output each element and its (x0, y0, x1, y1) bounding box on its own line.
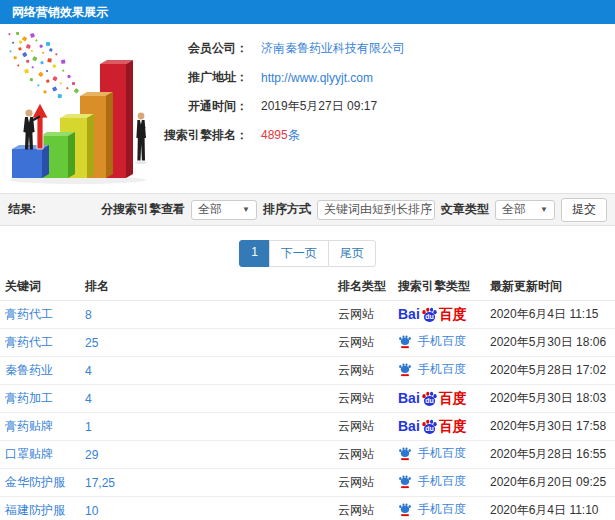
article-type-select[interactable]: 全部 ▼ (495, 200, 555, 220)
submit-button[interactable]: 提交 (561, 198, 607, 222)
col-header-rank: 排名 (85, 272, 338, 301)
rank-link[interactable]: 8 (85, 308, 92, 322)
rank-link[interactable]: 17,25 (85, 476, 115, 490)
update-time-value: 2020年6月4日 11:10 (490, 497, 615, 520)
member-company-link[interactable]: 济南秦鲁药业科技有限公司 (261, 41, 405, 55)
article-type-label: 文章类型 (441, 201, 489, 218)
col-header-rank-type: 排名类型 (338, 272, 398, 301)
baidu-pc-logo: Baidu百度 (398, 418, 467, 435)
update-time-value: 2020年5月28日 16:55 (490, 441, 615, 469)
result-filter-bar: 结果: 分搜索引擎查看 全部 ▼ 排序方式 关键词由短到长排序 ▼ 文章类型 全… (0, 193, 615, 226)
update-time-value: 2020年5月28日 17:02 (490, 357, 615, 385)
baidu-mobile-paw-icon (398, 503, 412, 517)
rank-count-row: 搜索引擎排名： 4895条 (156, 121, 405, 150)
member-info-panel: 会员公司： 济南秦鲁药业科技有限公司 推广地址： http://www.qlyy… (156, 34, 405, 150)
keyword-link[interactable]: 膏药代工 (5, 335, 53, 349)
baidu-mobile-paw-icon (398, 363, 412, 377)
sort-select[interactable]: 关键词由短到长排序 ▼ (317, 200, 435, 220)
keyword-link[interactable]: 金华防护服 (5, 475, 65, 489)
keyword-link[interactable]: 秦鲁药业 (5, 363, 53, 377)
update-time-value: 2020年5月30日 18:06 (490, 329, 615, 357)
baidu-mobile-paw-icon (398, 475, 412, 489)
update-time-value: 2020年5月30日 18:03 (490, 385, 615, 413)
table-header-row: 关键词 排名 排名类型 搜索引擎类型 最新更新时间 (0, 272, 615, 301)
promo-url-link[interactable]: http://www.qlyyjt.com (261, 71, 373, 85)
engine-view-selected-value: 全部 (198, 201, 222, 218)
baidu-paw-icon: du (421, 391, 438, 407)
update-time-value: 2020年5月30日 17:58 (490, 413, 615, 441)
rank-link[interactable]: 25 (85, 336, 98, 350)
baidu-pc-logo: Baidu百度 (398, 306, 467, 323)
keyword-link[interactable]: 福建防护服 (5, 503, 65, 517)
keyword-ranking-table: 关键词 排名 排名类型 搜索引擎类型 最新更新时间 膏药代工8云网站Baidu百… (0, 272, 615, 520)
open-time-row: 开通时间： 2019年5月27日 09:17 (156, 92, 405, 121)
baidu-mobile-logo: 手机百度 (398, 445, 466, 462)
col-header-engine-type: 搜索引擎类型 (398, 272, 490, 301)
baidu-mobile-logo: 手机百度 (398, 361, 466, 378)
last-page-button[interactable]: 尾页 (328, 240, 376, 267)
page-number-1[interactable]: 1 (239, 240, 270, 267)
marketing-report-page: 网络营销效果展示 会员公司： 济南秦鲁药业科技有限公司 推 (0, 0, 615, 520)
open-time-value: 2019年5月27日 09:17 (261, 98, 377, 115)
update-time-value: 2020年6月20日 09:25 (490, 469, 615, 497)
svg-text:du: du (425, 425, 434, 432)
keyword-link[interactable]: 膏药贴牌 (5, 419, 53, 433)
rank-link[interactable]: 4 (85, 392, 92, 406)
next-page-button[interactable]: 下一页 (269, 240, 329, 267)
update-time-value: 2020年6月4日 11:15 (490, 301, 615, 329)
col-header-update-time: 最新更新时间 (490, 272, 615, 301)
rank-link[interactable]: 10 (85, 504, 98, 518)
table-row: 膏药代工25云网站手机百度2020年5月30日 18:06 (0, 329, 615, 357)
baidu-paw-icon: du (421, 307, 438, 323)
table-row: 膏药代工8云网站Baidu百度2020年6月4日 11:15 (0, 301, 615, 329)
keyword-link[interactable]: 膏药加工 (5, 391, 53, 405)
page-title: 网络营销效果展示 (12, 5, 108, 19)
svg-text:du: du (425, 313, 434, 320)
rank-count-unit: 条 (288, 128, 300, 142)
rank-count-number: 4895 (261, 128, 288, 142)
keyword-link[interactable]: 口罩贴牌 (5, 447, 53, 461)
rank-type-value: 云网站 (338, 469, 398, 497)
pagination: 1 下一页 尾页 (0, 240, 615, 267)
promo-url-label: 推广地址： (156, 69, 248, 86)
chevron-down-icon: ▼ (540, 205, 548, 214)
chevron-down-icon: ▼ (242, 205, 250, 214)
keyword-link[interactable]: 膏药代工 (5, 307, 53, 321)
baidu-pc-logo: Baidu百度 (398, 390, 467, 407)
bar-blue (12, 145, 49, 178)
col-header-keyword: 关键词 (0, 272, 85, 301)
rank-type-value: 云网站 (338, 385, 398, 413)
table-row: 秦鲁药业4云网站手机百度2020年5月28日 17:02 (0, 357, 615, 385)
rank-link[interactable]: 29 (85, 448, 98, 462)
table-row: 口罩贴牌29云网站手机百度2020年5月28日 16:55 (0, 441, 615, 469)
baidu-mobile-paw-icon (398, 335, 412, 349)
result-label: 结果: (8, 201, 36, 218)
engine-view-label: 分搜索引擎查看 (101, 201, 185, 218)
window-titlebar: 网络营销效果展示 (0, 0, 615, 24)
engine-view-select[interactable]: 全部 ▼ (191, 200, 257, 220)
sort-selected-value: 关键词由短到长排序 (324, 201, 432, 218)
rank-count-label: 搜索引擎排名： (156, 127, 248, 144)
rank-link[interactable]: 4 (85, 364, 92, 378)
businessman-right-figure (135, 113, 147, 164)
member-company-row: 会员公司： 济南秦鲁药业科技有限公司 (156, 34, 405, 63)
rank-type-value: 云网站 (338, 301, 398, 329)
baidu-mobile-logo: 手机百度 (398, 473, 466, 490)
rank-type-value: 云网站 (338, 441, 398, 469)
baidu-mobile-logo: 手机百度 (398, 501, 466, 518)
rank-type-value: 云网站 (338, 497, 398, 520)
svg-text:du: du (425, 397, 434, 404)
table-row: 膏药加工4云网站Baidu百度2020年5月30日 18:03 (0, 385, 615, 413)
confetti-icon (8, 32, 79, 99)
open-time-label: 开通时间： (156, 98, 248, 115)
growth-chart-illustration (0, 26, 170, 186)
promo-url-row: 推广地址： http://www.qlyyjt.com (156, 63, 405, 92)
member-company-label: 会员公司： (156, 40, 248, 57)
baidu-mobile-logo: 手机百度 (398, 333, 466, 350)
rank-type-value: 云网站 (338, 329, 398, 357)
table-row: 膏药贴牌1云网站Baidu百度2020年5月30日 17:58 (0, 413, 615, 441)
rank-type-value: 云网站 (338, 357, 398, 385)
table-row: 福建防护服10云网站手机百度2020年6月4日 11:10 (0, 497, 615, 520)
article-type-selected-value: 全部 (502, 201, 526, 218)
rank-link[interactable]: 1 (85, 420, 92, 434)
